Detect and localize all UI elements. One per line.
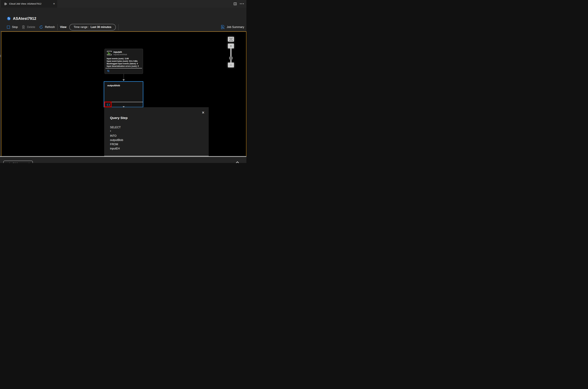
- query-line: FROM: [110, 142, 123, 146]
- job-summary-button[interactable]: Job Summary: [221, 25, 244, 29]
- split-editor-icon[interactable]: [234, 2, 237, 5]
- metric-input-events: Input events (sum): 1149: [107, 57, 142, 60]
- left-gutter: [0, 32, 1, 156]
- refresh-icon: [39, 25, 43, 29]
- tab-cloud-job-view[interactable]: Cloud Job View: ASAtest7912 ✕: [1, 0, 57, 7]
- toolbar-separator: [57, 24, 58, 30]
- input-node-metrics: Input events (sum): 1149 Input event byt…: [107, 57, 142, 67]
- delete-button[interactable]: Delete: [22, 25, 35, 29]
- vertical-scrollbar-thumb[interactable]: [0, 55, 1, 57]
- query-step-popup: ✕ Query Step SELECT * INTO outputBlob FR…: [104, 107, 209, 156]
- time-range-button[interactable]: Time range : Last 30 minutes: [69, 24, 116, 31]
- query-line: inputEH: [110, 146, 123, 151]
- popup-title: Query Step: [110, 116, 127, 120]
- more-actions-icon[interactable]: [240, 3, 244, 4]
- job-header: ASAtest7912 Status Running Output waterm…: [0, 7, 247, 23]
- connector-plug-icon: [107, 69, 110, 73]
- edge-arrowhead-below-output: [123, 106, 124, 107]
- input-node-subtitle: InputEventHub: [113, 53, 127, 56]
- query-line: SELECT: [110, 125, 123, 130]
- cloud-job-view-window: Cloud Job View: ASAtest7912 ✕: [0, 0, 247, 163]
- input-node-title: inputeh: [113, 51, 127, 53]
- job-toolbar: Stop Delete Refr: [0, 23, 247, 32]
- query-line: *: [110, 130, 123, 134]
- zoom-slider-track[interactable]: [230, 48, 232, 63]
- tab-label: Cloud Job View: ASAtest7912: [9, 2, 41, 5]
- expand-panel-chevron-icon[interactable]: [235, 161, 240, 163]
- view-button[interactable]: View: [60, 26, 66, 29]
- query-line: outputBlob: [110, 138, 123, 142]
- zoom-in-button[interactable]: +: [228, 43, 234, 48]
- output-node-title: outputblob: [107, 84, 120, 87]
- job-diagram-canvas[interactable]: inputeh InputEventHub Input events (sum)…: [1, 32, 247, 156]
- tab-close-icon[interactable]: ✕: [51, 2, 55, 5]
- editor-actions: [234, 0, 244, 7]
- query-text: SELECT * INTO outputBlob FROM inputEH: [110, 125, 123, 151]
- metric-deserialization-errors: Input deserialization errors (sum): 0: [107, 65, 142, 67]
- metrics-chip-outputblob[interactable]: outputblob ✕: [3, 161, 33, 163]
- bottom-panel: outputblob ✕: [0, 157, 247, 163]
- tab-bar: Cloud Job View: ASAtest7912 ✕: [0, 0, 247, 7]
- stop-icon: [7, 26, 10, 29]
- job-summary-icon: [221, 25, 225, 29]
- chip-close-icon[interactable]: ✕: [28, 162, 30, 163]
- input-node-inputeh[interactable]: inputeh InputEventHub Input events (sum)…: [104, 49, 143, 74]
- red-highlight-annotation: [104, 101, 112, 107]
- stop-button[interactable]: Stop: [7, 26, 18, 29]
- popup-close-icon[interactable]: ✕: [202, 111, 205, 114]
- refresh-button[interactable]: Refresh: [39, 25, 55, 29]
- zoom-out-button[interactable]: −: [228, 63, 234, 67]
- zoom-slider-thumb[interactable]: [229, 57, 233, 60]
- toolbar-separator-2: [118, 24, 119, 30]
- metric-backlogged-events: Backlogged input events (latest): 0: [107, 63, 142, 65]
- node-divider: [105, 68, 142, 68]
- page-title: ASAtest7912: [13, 16, 36, 21]
- trash-icon: [22, 25, 25, 29]
- output-node-outputblob[interactable]: outputblob { }: [104, 81, 143, 107]
- chip-label: outputblob: [6, 162, 18, 163]
- edge-arrowhead: [123, 79, 125, 81]
- event-hub-icon: [107, 51, 112, 56]
- query-line: INTO: [110, 134, 123, 138]
- job-view-icon: [4, 3, 7, 5]
- stream-analytics-job-icon: [7, 17, 11, 20]
- fit-to-screen-button[interactable]: [228, 37, 234, 42]
- metric-input-event-bytes: Input event bytes (sum): 511.2 kBs: [107, 60, 142, 63]
